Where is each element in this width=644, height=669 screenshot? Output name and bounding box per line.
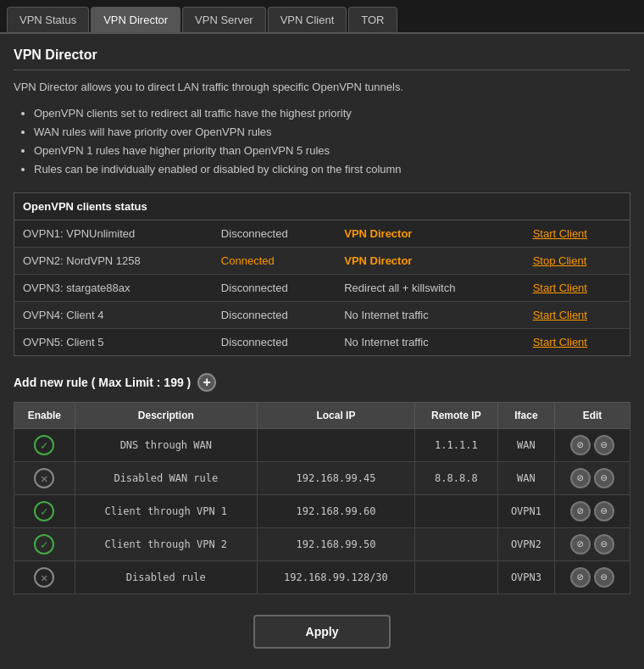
col-enable: Enable: [14, 402, 75, 428]
client-mode: VPN Director: [336, 247, 524, 274]
rule-edit[interactable]: ⊘ ⊖: [555, 560, 630, 594]
add-rule-button[interactable]: +: [197, 373, 216, 392]
edit-button[interactable]: ⊘: [570, 501, 591, 521]
enable-toggle[interactable]: ✕: [34, 567, 54, 588]
client-name: OVPN3: stargate88ax: [14, 274, 213, 301]
rule-local-ip: 192.168.99.45: [258, 461, 415, 494]
rule-description: Disabled rule: [75, 560, 257, 594]
edit-button[interactable]: ⊘: [570, 468, 591, 488]
rule-edit[interactable]: ⊘ ⊖: [555, 428, 630, 461]
client-status: Connected: [213, 247, 336, 274]
enable-toggle[interactable]: ✓: [34, 534, 54, 555]
client-action[interactable]: Start Client: [525, 328, 630, 355]
rules-table: Enable Description Local IP Remote IP If…: [14, 402, 630, 594]
edit-button[interactable]: ⊘: [570, 534, 591, 555]
apply-button[interactable]: Apply: [253, 615, 391, 649]
rule-remote-ip: 8.8.8.8: [414, 461, 497, 494]
tab-tor[interactable]: TOR: [348, 7, 397, 32]
rule-edit[interactable]: ⊘ ⊖: [555, 527, 630, 560]
info-bullets: OpenVPN clients set to redirect all traf…: [14, 104, 630, 179]
main-content: VPN Director VPN Director allows you to …: [0, 32, 644, 669]
delete-button[interactable]: ⊖: [594, 435, 614, 455]
bullet-3: OpenVPN 1 rules have higher priority tha…: [34, 142, 630, 160]
delete-button[interactable]: ⊖: [594, 468, 614, 488]
tab-vpn-client[interactable]: VPN Client: [268, 7, 347, 32]
edit-button[interactable]: ⊘: [570, 567, 591, 588]
rule-enable[interactable]: ✓: [14, 428, 75, 461]
col-description: Description: [75, 402, 257, 428]
tab-vpn-status[interactable]: VPN Status: [7, 7, 89, 32]
rule-edit[interactable]: ⊘ ⊖: [555, 461, 630, 494]
client-status: Disconnected: [213, 328, 336, 355]
clients-section-header: OpenVPN clients status: [14, 192, 630, 220]
tab-vpn-server[interactable]: VPN Server: [182, 7, 266, 32]
enable-toggle[interactable]: ✓: [34, 501, 54, 521]
rule-remote-ip: [414, 527, 497, 560]
rule-row: ✕ Disabled rule 192.168.99.128/30 OVPN3 …: [14, 560, 630, 594]
rule-remote-ip: 1.1.1.1: [414, 428, 497, 461]
client-status: Disconnected: [213, 220, 336, 247]
bullet-4: Rules can be individually enabled or dis…: [34, 160, 630, 179]
client-action[interactable]: Stop Client: [525, 247, 630, 274]
rule-remote-ip: [414, 494, 497, 527]
page-title: VPN Director: [14, 47, 630, 70]
rule-description: Client through VPN 2: [75, 527, 257, 560]
client-row: OVPN3: stargate88ax Disconnected Redirec…: [14, 274, 630, 301]
clients-status-table: OpenVPN clients status OVPN1: VPNUnlimit…: [14, 192, 630, 356]
rule-iface: WAN: [497, 461, 554, 494]
enable-toggle[interactable]: ✕: [34, 468, 54, 488]
col-local-ip: Local IP: [258, 402, 415, 428]
rule-row: ✓ DNS through WAN 1.1.1.1 WAN ⊘ ⊖: [14, 428, 630, 461]
client-mode: Redirect all + killswitch: [336, 274, 524, 301]
client-name: OVPN1: VPNUnlimited: [14, 220, 213, 247]
rule-local-ip: 192.168.99.128/30: [258, 560, 415, 594]
apply-row: Apply: [14, 608, 630, 659]
rule-local-ip: 192.168.99.60: [258, 494, 415, 527]
client-name: OVPN2: NordVPN 1258: [14, 247, 213, 274]
client-row: OVPN4: Client 4 Disconnected No Internet…: [14, 301, 630, 328]
rule-iface: OVPN2: [497, 527, 554, 560]
rule-local-ip: 192.168.99.50: [258, 527, 415, 560]
client-action[interactable]: Start Client: [525, 274, 630, 301]
client-mode: No Internet traffic: [336, 328, 524, 355]
col-remote-ip: Remote IP: [414, 402, 497, 428]
page-description: VPN Director allows you to direct LAN tr…: [14, 79, 630, 96]
tab-bar: VPN Status VPN Director VPN Server VPN C…: [0, 0, 644, 32]
client-status: Disconnected: [213, 301, 336, 328]
rule-row: ✓ Client through VPN 2 192.168.99.50 OVP…: [14, 527, 630, 560]
add-rule-row: Add new rule ( Max Limit : 199 ) +: [14, 373, 630, 392]
client-row: OVPN5: Client 5 Disconnected No Internet…: [14, 328, 630, 355]
client-mode: VPN Director: [336, 220, 524, 247]
client-name: OVPN4: Client 4: [14, 301, 213, 328]
delete-button[interactable]: ⊖: [594, 534, 614, 555]
rule-local-ip: [258, 428, 415, 461]
rule-iface: OVPN1: [497, 494, 554, 527]
rule-enable[interactable]: ✕: [14, 560, 75, 594]
col-iface: Iface: [497, 402, 554, 428]
delete-button[interactable]: ⊖: [594, 501, 614, 521]
rule-enable[interactable]: ✕: [14, 461, 75, 494]
rule-description: Disabled WAN rule: [75, 461, 257, 494]
bullet-1: OpenVPN clients set to redirect all traf…: [34, 104, 630, 123]
client-mode: No Internet traffic: [336, 301, 524, 328]
tab-vpn-director[interactable]: VPN Director: [91, 7, 180, 32]
rule-description: DNS through WAN: [75, 428, 257, 461]
delete-button[interactable]: ⊖: [594, 567, 614, 588]
add-rule-label: Add new rule ( Max Limit : 199 ): [14, 376, 191, 389]
rule-description: Client through VPN 1: [75, 494, 257, 527]
rule-remote-ip: [414, 560, 497, 594]
edit-button[interactable]: ⊘: [570, 435, 591, 455]
client-status: Disconnected: [213, 274, 336, 301]
col-edit: Edit: [555, 402, 630, 428]
rule-enable[interactable]: ✓: [14, 527, 75, 560]
enable-toggle[interactable]: ✓: [34, 435, 54, 455]
client-action[interactable]: Start Client: [525, 220, 630, 247]
rule-iface: WAN: [497, 428, 554, 461]
client-action[interactable]: Start Client: [525, 301, 630, 328]
bullet-2: WAN rules will have priority over OpenVP…: [34, 123, 630, 142]
client-name: OVPN5: Client 5: [14, 328, 213, 355]
rule-row: ✕ Disabled WAN rule 192.168.99.45 8.8.8.…: [14, 461, 630, 494]
rule-edit[interactable]: ⊘ ⊖: [555, 494, 630, 527]
client-row: OVPN2: NordVPN 1258 Connected VPN Direct…: [14, 247, 630, 274]
rule-enable[interactable]: ✓: [14, 494, 75, 527]
